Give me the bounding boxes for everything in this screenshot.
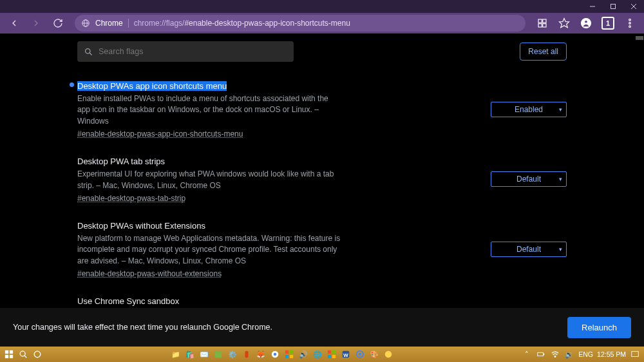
address-origin-label: Chrome (95, 19, 129, 28)
svg-rect-21 (5, 355, 8, 358)
svg-point-13 (585, 20, 588, 23)
taskbar-apps: 📁 🛍️ ✉️ ⚙️ 🦊 🔊 🌐 W 🎨 (45, 349, 519, 359)
svg-rect-20 (10, 350, 13, 354)
svg-rect-7 (538, 19, 542, 23)
svg-rect-34 (328, 350, 331, 354)
tray-battery-icon[interactable] (536, 349, 546, 359)
tray-clock[interactable]: 12:55 PM (597, 350, 626, 358)
modified-dot-icon (70, 82, 74, 87)
profile-icon[interactable] (577, 14, 595, 32)
svg-line-24 (24, 356, 26, 357)
taskbar-app-icon[interactable] (355, 349, 365, 359)
flag-row: Use Chrome Sync sandboxConnects to the t… (77, 295, 567, 308)
browser-toolbar: Chrome chrome://flags/#enable-desktop-pw… (0, 13, 644, 33)
svg-marker-11 (560, 19, 569, 28)
svg-rect-22 (10, 355, 13, 358)
address-bar[interactable]: Chrome chrome://flags/#enable-desktop-pw… (75, 15, 526, 32)
svg-rect-35 (332, 350, 336, 354)
window-minimize-button[interactable] (582, 0, 603, 13)
svg-rect-8 (543, 19, 546, 23)
tray-volume-icon[interactable]: 🔉 (564, 349, 574, 359)
start-button[interactable] (4, 349, 14, 359)
svg-point-41 (359, 353, 361, 356)
chevron-down-icon: ▾ (559, 246, 562, 252)
window-maximize-button[interactable] (603, 0, 623, 13)
chevron-down-icon: ▾ (559, 106, 562, 113)
flag-state-select[interactable]: Default▾ (491, 242, 567, 257)
taskbar-app-icon[interactable] (383, 349, 393, 359)
taskbar-app-icon[interactable] (284, 349, 294, 359)
flag-state-select[interactable]: Enabled▾ (491, 102, 567, 117)
flag-row: Desktop PWAs without ExtensionsNew platf… (77, 220, 567, 278)
taskbar-app-icon[interactable]: 🦊 (256, 349, 266, 359)
relaunch-button[interactable]: Relaunch (567, 317, 631, 338)
svg-rect-19 (5, 350, 8, 354)
svg-rect-31 (290, 350, 293, 354)
window-close-button[interactable] (623, 0, 644, 13)
svg-point-42 (385, 351, 392, 358)
flag-description: Enable installed PWAs to include a menu … (77, 93, 341, 127)
svg-rect-26 (215, 351, 222, 358)
taskbar-app-icon[interactable]: 🔊 (298, 349, 308, 359)
site-info-icon (81, 19, 90, 28)
taskbar-app-icon[interactable]: W (341, 349, 351, 359)
search-box[interactable] (77, 41, 294, 62)
flag-title: Use Chrome Sync sandbox (77, 296, 179, 306)
scrollbar-thumb[interactable] (636, 36, 643, 40)
search-row: Reset all (77, 41, 567, 62)
svg-rect-27 (245, 351, 249, 358)
reload-button[interactable] (49, 14, 67, 32)
flag-anchor-link[interactable]: #enable-desktop-pwas-without-extensions (77, 269, 477, 278)
svg-rect-10 (543, 24, 546, 27)
chevron-down-icon: ▾ (559, 176, 562, 182)
windows-taskbar: 📁 🛍️ ✉️ ⚙️ 🦊 🔊 🌐 W 🎨 ˄ 🔉 ENG 12:55 PM (0, 347, 644, 362)
svg-line-18 (90, 53, 91, 55)
flag-row: Desktop PWA tab stripsExperimental UI fo… (77, 155, 567, 203)
svg-rect-43 (538, 352, 544, 356)
taskbar-app-icon[interactable]: ✉️ (199, 349, 209, 359)
flag-title: Desktop PWA tab strips (77, 157, 165, 166)
svg-rect-32 (285, 355, 289, 358)
svg-rect-33 (290, 355, 293, 358)
cortana-icon[interactable] (32, 349, 43, 359)
reset-all-button[interactable]: Reset all (520, 43, 567, 61)
flag-anchor-link[interactable]: #enable-desktop-pwas-tab-strip (77, 194, 477, 203)
taskbar-app-icon[interactable]: 🛍️ (185, 349, 195, 359)
svg-text:W: W (343, 352, 348, 358)
tray-notifications-icon[interactable] (630, 349, 640, 359)
svg-point-29 (274, 353, 276, 356)
svg-rect-9 (538, 24, 542, 27)
flag-row: Desktop PWAs app icon shortcuts menuEnab… (77, 80, 567, 138)
back-button[interactable] (5, 14, 23, 32)
flag-description: Experimental UI for exploring what PWA w… (77, 169, 341, 191)
tab-count-button[interactable]: 1 (599, 14, 617, 32)
svg-rect-36 (328, 355, 331, 358)
search-taskbar-icon[interactable] (18, 349, 28, 359)
tray-wifi-icon[interactable] (550, 349, 560, 359)
svg-point-14 (629, 19, 631, 21)
taskbar-app-icon[interactable]: 🎨 (369, 349, 379, 359)
taskbar-app-icon[interactable] (270, 349, 280, 359)
relaunch-bar: Your changes will take effect the next t… (0, 308, 644, 347)
svg-rect-46 (632, 352, 639, 357)
flag-title: Desktop PWAs without Extensions (77, 221, 205, 231)
tray-chevron-icon[interactable]: ˄ (522, 349, 532, 359)
flag-state-select[interactable]: Default▾ (491, 171, 567, 187)
svg-point-45 (554, 356, 556, 357)
tray-language[interactable]: ENG (578, 350, 593, 358)
taskbar-app-icon[interactable]: 🌐 (312, 349, 323, 359)
taskbar-app-icon[interactable]: ⚙️ (227, 349, 238, 359)
bookmark-icon[interactable] (555, 14, 573, 32)
taskbar-app-icon[interactable] (242, 349, 252, 359)
svg-point-15 (629, 23, 631, 24)
flag-anchor-link[interactable]: #enable-desktop-pwas-app-icon-shortcuts-… (77, 129, 477, 138)
taskbar-app-icon[interactable] (327, 349, 337, 359)
forward-button[interactable] (27, 14, 45, 32)
menu-icon[interactable] (621, 14, 639, 32)
extensions-icon[interactable] (533, 14, 551, 32)
svg-point-17 (86, 48, 91, 53)
search-input[interactable] (99, 47, 287, 56)
flags-page: Reset all Desktop PWAs app icon shortcut… (0, 33, 644, 308)
taskbar-app-icon[interactable] (213, 349, 223, 359)
taskbar-app-icon[interactable]: 📁 (171, 349, 181, 359)
